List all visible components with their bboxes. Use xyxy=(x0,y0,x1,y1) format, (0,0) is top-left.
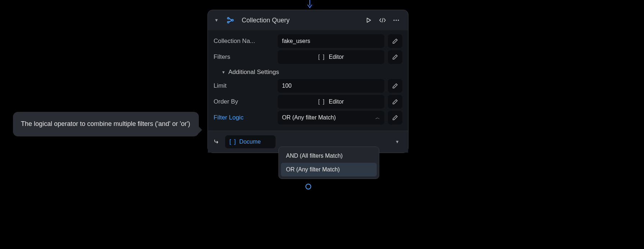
filter-logic-row: Filter Logic OR (Any filter Match) ︿ xyxy=(214,110,402,126)
run-button[interactable] xyxy=(363,15,374,25)
limit-field[interactable]: 100 xyxy=(278,79,384,93)
limit-row: Limit 100 xyxy=(214,78,402,94)
filter-logic-label: Filter Logic xyxy=(214,114,274,121)
filter-logic-dropdown: AND (All filters Match) OR (Any filter M… xyxy=(278,147,379,179)
svg-point-5 xyxy=(395,19,397,21)
chevron-up-icon: ︿ xyxy=(375,114,380,121)
additional-settings-label: Additional Settings xyxy=(228,69,279,76)
filters-edit-button[interactable] xyxy=(388,50,402,64)
svg-point-2 xyxy=(227,21,229,23)
order-by-edit-button[interactable] xyxy=(388,95,402,109)
outgoing-connection-port[interactable] xyxy=(305,184,311,189)
brackets-icon: [ ] xyxy=(229,139,236,145)
filter-logic-option-and[interactable]: AND (All filters Match) xyxy=(281,149,377,163)
svg-point-1 xyxy=(227,17,229,19)
collection-name-label: Collection Na... xyxy=(214,38,274,45)
incoming-connection-arrow xyxy=(307,0,313,9)
brackets-icon: [ ] xyxy=(318,99,325,105)
output-expand-toggle[interactable]: ▼ xyxy=(392,139,402,144)
limit-label: Limit xyxy=(214,82,274,89)
node-type-icon xyxy=(224,16,237,24)
svg-point-4 xyxy=(393,19,394,21)
filter-logic-option-or[interactable]: OR (Any filter Match) xyxy=(281,163,377,176)
additional-settings-toggle[interactable]: ▼ Additional Settings xyxy=(214,65,402,78)
limit-edit-button[interactable] xyxy=(388,79,402,93)
tooltip-text: The logical operator to combine multiple… xyxy=(21,120,190,127)
order-by-field[interactable]: [ ] Editor xyxy=(278,95,384,109)
order-by-label: Order By xyxy=(214,98,274,105)
order-by-value: Editor xyxy=(329,99,344,105)
filters-field[interactable]: [ ] Editor xyxy=(278,50,384,64)
card-header: ▼ Collection Query xyxy=(208,10,408,30)
card-title: Collection Query xyxy=(240,17,361,24)
filter-logic-value: OR (Any filter Match) xyxy=(282,114,336,121)
filter-logic-edit-button[interactable] xyxy=(388,111,402,125)
output-label: Docume xyxy=(239,139,261,145)
code-view-button[interactable] xyxy=(377,15,388,25)
svg-point-6 xyxy=(398,19,399,21)
filters-label: Filters xyxy=(214,53,274,61)
collection-name-value: fake_users xyxy=(282,38,310,44)
collection-name-edit-button[interactable] xyxy=(388,34,402,48)
filters-row: Filters [ ] Editor xyxy=(214,49,402,65)
output-arrow-icon xyxy=(214,139,221,145)
more-menu-button[interactable] xyxy=(391,15,402,25)
order-by-row: Order By [ ] Editor xyxy=(214,94,402,110)
node-card: ▼ Collection Query Collection Na... fake… xyxy=(207,10,408,153)
svg-point-3 xyxy=(232,19,233,21)
output-chip[interactable]: [ ] Docume xyxy=(225,135,276,148)
collection-name-row: Collection Na... fake_users xyxy=(214,33,402,49)
chevron-down-icon: ▼ xyxy=(222,70,225,74)
collapse-toggle[interactable]: ▼ xyxy=(211,18,222,23)
filter-logic-tooltip: The logical operator to combine multiple… xyxy=(13,112,199,136)
limit-value: 100 xyxy=(282,83,292,89)
card-body: Collection Na... fake_users Filters [ ] … xyxy=(208,30,408,131)
brackets-icon: [ ] xyxy=(318,54,325,60)
collection-name-field[interactable]: fake_users xyxy=(278,34,384,48)
filter-logic-select[interactable]: OR (Any filter Match) ︿ xyxy=(278,111,384,125)
filters-value: Editor xyxy=(329,54,344,60)
